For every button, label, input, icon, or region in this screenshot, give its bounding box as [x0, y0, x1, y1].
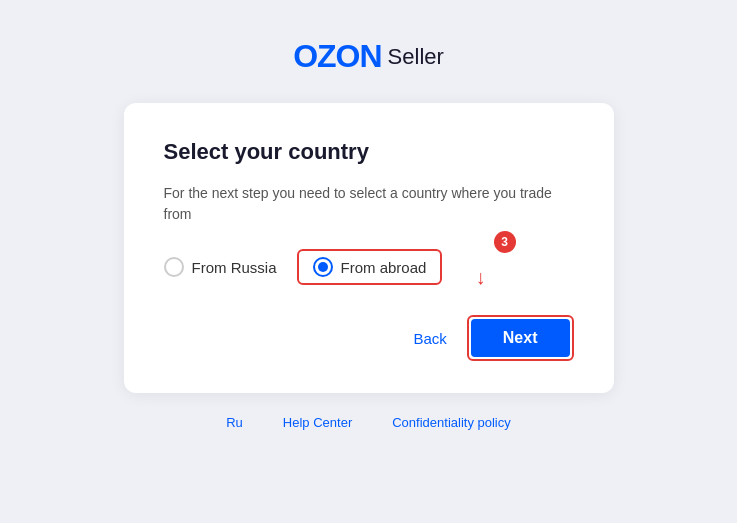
card-description: For the next step you need to select a c… — [164, 183, 574, 225]
card-title: Select your country — [164, 139, 574, 165]
option-russia[interactable]: From Russia — [164, 257, 277, 277]
next-button[interactable]: Next — [471, 319, 570, 357]
footer: Ru Help Center Confidentiality policy — [226, 415, 511, 430]
next-btn-wrapper: Next — [467, 315, 574, 361]
header: OZON Seller — [293, 38, 444, 75]
step-badge: 3 — [494, 231, 516, 253]
actions-row: Back Next — [164, 315, 574, 361]
confidentiality-policy-link[interactable]: Confidentiality policy — [392, 415, 511, 430]
language-link[interactable]: Ru — [226, 415, 243, 430]
option-russia-label: From Russia — [192, 259, 277, 276]
arrow-down-icon: ↓ — [476, 267, 486, 287]
radio-abroad[interactable] — [313, 257, 333, 277]
radio-russia[interactable] — [164, 257, 184, 277]
option-abroad-box: From abroad — [297, 249, 443, 285]
logo-seller: Seller — [388, 44, 444, 70]
options-row: From Russia From abroad 3 ↓ — [164, 249, 574, 285]
option-abroad[interactable]: From abroad — [297, 249, 443, 285]
help-center-link[interactable]: Help Center — [283, 415, 352, 430]
back-button[interactable]: Back — [413, 330, 446, 347]
card: Select your country For the next step yo… — [124, 103, 614, 393]
option-abroad-label: From abroad — [341, 259, 427, 276]
radio-abroad-inner — [318, 262, 328, 272]
logo-ozon: OZON — [293, 38, 381, 75]
